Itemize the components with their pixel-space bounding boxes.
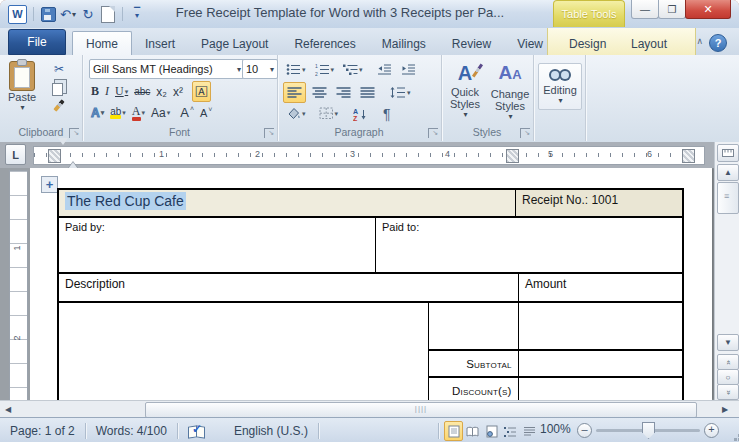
paid-to-cell[interactable]: Paid to: <box>375 218 682 272</box>
amount-value-cell[interactable] <box>519 303 682 349</box>
hanging-indent-icon[interactable] <box>68 140 78 169</box>
styles-dialog-launcher-icon[interactable]: ↘ <box>520 128 530 138</box>
discount-value-cell[interactable] <box>519 376 682 400</box>
table-column-marker[interactable] <box>682 149 695 163</box>
change-styles-button[interactable]: AA Change Styles ▾ <box>488 63 532 121</box>
view-ruler-button[interactable] <box>717 144 739 162</box>
tab-mailings[interactable]: Mailings <box>369 32 439 55</box>
tab-design[interactable]: Design <box>556 32 619 55</box>
font-size-select[interactable]: 10▾ <box>242 59 278 79</box>
quick-styles-button[interactable]: A Quick Styles ▾ <box>444 63 486 119</box>
proofing-status[interactable]: ✓ <box>178 422 214 439</box>
align-left-button[interactable] <box>283 82 306 103</box>
scroll-down-button[interactable]: ▼ <box>717 334 739 351</box>
full-screen-reading-button[interactable] <box>463 421 482 441</box>
word-count[interactable]: Words: 4/100 <box>86 422 177 439</box>
items-label-cell[interactable] <box>429 303 517 349</box>
outline-button[interactable] <box>501 421 520 441</box>
justify-button[interactable] <box>357 83 378 102</box>
new-document-button[interactable] <box>100 5 116 23</box>
print-layout-button[interactable] <box>444 421 463 441</box>
document-page[interactable]: + The Red Cup Cafe Receipt No.: 1001 Pai… <box>30 168 712 400</box>
word-logo-icon[interactable]: W <box>8 5 27 24</box>
company-name-cell[interactable]: The Red Cup Cafe <box>59 190 515 216</box>
highlight-button[interactable]: ab▾ <box>107 103 129 122</box>
discount-label-cell[interactable]: Discount(s) <box>429 376 517 400</box>
subscript-button[interactable]: x₂ <box>153 82 170 101</box>
text-effects-button[interactable]: A▾ <box>88 103 107 122</box>
tab-home[interactable]: Home <box>72 31 132 55</box>
underline-button[interactable]: U▾ <box>112 82 131 101</box>
paid-by-cell[interactable]: Paid by: <box>59 218 375 272</box>
receipt-number-cell[interactable]: Receipt No.: 1001 <box>515 190 682 216</box>
zoom-in-button[interactable]: + <box>704 423 719 438</box>
zoom-out-button[interactable]: – <box>577 423 592 438</box>
amount-header-cell[interactable]: Amount <box>518 274 682 301</box>
tab-layout[interactable]: Layout <box>618 32 680 55</box>
scroll-right-button[interactable]: ▶ <box>718 403 732 416</box>
horizontal-scroll-thumb[interactable] <box>145 402 697 418</box>
first-line-indent-icon[interactable] <box>58 138 68 167</box>
grow-font-button[interactable]: A˄ <box>177 103 197 122</box>
bullets-button[interactable]: ▾ <box>283 60 309 79</box>
tab-stop-selector[interactable]: L <box>5 144 26 165</box>
multilevel-list-button[interactable]: ▾ <box>340 60 366 79</box>
language-indicator[interactable]: English (U.S.) <box>224 422 318 439</box>
subtotal-value-cell[interactable] <box>519 349 682 376</box>
tab-file[interactable]: File <box>8 29 66 55</box>
font-name-select[interactable]: Gill Sans MT (Headings)▾ <box>89 59 245 79</box>
help-icon[interactable]: ? <box>709 34 727 52</box>
select-browse-object-button[interactable]: ○ <box>717 369 739 385</box>
undo-button[interactable]: ↶▾ <box>60 5 76 23</box>
clipboard-dialog-launcher-icon[interactable]: ↘ <box>69 128 79 138</box>
font-dialog-launcher-icon[interactable]: ↘ <box>264 128 274 138</box>
collapse-ribbon-icon[interactable]: ∧ <box>696 36 703 46</box>
decrease-indent-button[interactable] <box>374 60 395 79</box>
save-button[interactable] <box>40 5 56 23</box>
paste-button[interactable]: Paste ▾ <box>8 61 36 112</box>
cut-button[interactable]: ✂ <box>50 61 68 77</box>
paragraph-dialog-launcher-icon[interactable]: ↘ <box>428 128 438 138</box>
shrink-font-button[interactable]: A˅ <box>197 103 215 122</box>
strikethrough-button[interactable]: abc <box>131 82 153 101</box>
page-indicator[interactable]: Page: 1 of 2 <box>0 422 85 439</box>
indent-markers[interactable] <box>58 145 68 166</box>
shading-button[interactable]: ▾ <box>283 104 309 123</box>
bold-button[interactable]: B <box>88 82 102 101</box>
font-color-button[interactable]: A▾ <box>129 103 148 122</box>
next-page-button[interactable]: » <box>717 384 739 400</box>
tab-review[interactable]: Review <box>439 32 504 55</box>
zoom-level[interactable]: 100% <box>540 422 571 436</box>
tab-view[interactable]: View <box>504 32 556 55</box>
draft-button[interactable] <box>520 421 539 441</box>
previous-page-button[interactable]: « <box>717 354 739 370</box>
table-column-marker[interactable] <box>506 149 519 163</box>
vertical-scroll-thumb[interactable] <box>717 182 739 214</box>
tab-references[interactable]: References <box>281 32 368 55</box>
minimize-button[interactable]: — <box>631 0 659 19</box>
close-button[interactable]: ✕ <box>685 0 731 19</box>
scroll-left-button[interactable]: ◀ <box>1 403 15 416</box>
center-button[interactable] <box>309 83 330 102</box>
copy-button[interactable] <box>50 79 68 95</box>
sort-button[interactable]: AZ <box>350 104 371 123</box>
tab-page-layout[interactable]: Page Layout <box>188 32 281 55</box>
format-painter-button[interactable] <box>50 97 68 113</box>
tab-insert[interactable]: Insert <box>132 32 188 55</box>
change-case-button[interactable]: Aa▾ <box>148 103 173 122</box>
web-layout-button[interactable] <box>482 421 501 441</box>
show-hide-button[interactable]: ¶ <box>380 104 394 123</box>
numbering-button[interactable]: 12▾ <box>312 60 338 79</box>
italic-button[interactable]: I <box>102 82 112 101</box>
align-right-button[interactable] <box>333 83 354 102</box>
maximize-button[interactable]: ❐ <box>658 0 686 19</box>
selected-text[interactable]: The Red Cup Cafe <box>65 192 186 210</box>
subtotal-label-cell[interactable]: Subtotal <box>429 349 517 376</box>
line-spacing-button[interactable]: ▾ <box>387 83 414 102</box>
editing-button[interactable]: Editing ▾ <box>538 63 582 110</box>
increase-indent-button[interactable] <box>398 60 419 79</box>
superscript-button[interactable]: x² <box>170 82 186 101</box>
clear-formatting-button[interactable]: 🄰 <box>192 81 211 102</box>
redo-button[interactable]: ↻ <box>80 5 96 23</box>
description-items-cell[interactable] <box>59 303 428 400</box>
